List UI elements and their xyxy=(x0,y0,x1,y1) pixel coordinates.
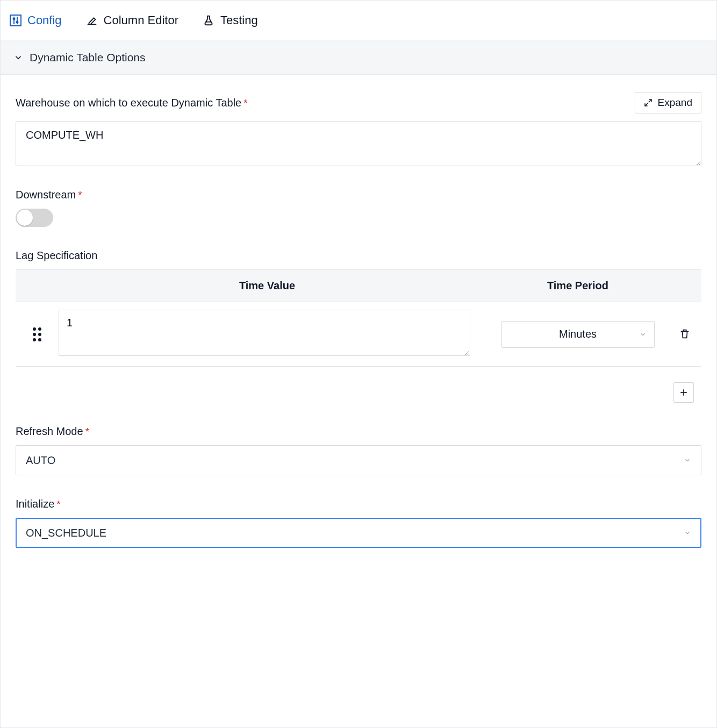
warehouse-label: Warehouse on which to execute Dynamic Ta… xyxy=(16,97,241,109)
initialize-label: Initialize xyxy=(16,498,54,510)
config-panel: Config Column Editor Testing Dynamic Tab… xyxy=(0,0,717,728)
time-value-input[interactable] xyxy=(59,310,470,356)
tab-config[interactable]: Config xyxy=(9,1,62,40)
lag-table-header: Time Value Time Period xyxy=(16,270,701,302)
downstream-field: Downstream* xyxy=(16,189,701,227)
required-asterisk: * xyxy=(85,426,89,437)
expand-icon xyxy=(644,98,653,107)
pencil-icon xyxy=(85,14,98,27)
section-header[interactable]: Dynamic Table Options xyxy=(1,40,716,75)
refresh-mode-select[interactable]: AUTO xyxy=(16,445,701,475)
chevron-down-icon xyxy=(684,456,691,464)
refresh-mode-field: Refresh Mode* AUTO xyxy=(16,425,701,475)
svg-point-3 xyxy=(17,21,18,23)
tab-column-editor-label: Column Editor xyxy=(104,13,178,27)
initialize-value: ON_SCHEDULE xyxy=(26,527,106,539)
initialize-field: Initialize* ON_SCHEDULE xyxy=(16,498,701,548)
drag-handle-icon[interactable] xyxy=(33,327,41,341)
section-title: Dynamic Table Options xyxy=(30,51,146,64)
expand-button-label: Expand xyxy=(658,97,692,109)
downstream-label: Downstream xyxy=(16,189,76,201)
required-asterisk: * xyxy=(56,498,60,510)
time-period-select[interactable]: Minutes xyxy=(501,321,655,348)
refresh-mode-label: Refresh Mode xyxy=(16,425,83,437)
lag-header-time-value: Time Value xyxy=(48,270,486,302)
warehouse-textarea[interactable] xyxy=(16,121,701,166)
tabs-bar: Config Column Editor Testing xyxy=(1,1,716,40)
toggle-knob xyxy=(17,210,33,226)
flask-icon xyxy=(202,14,215,27)
tab-testing-label: Testing xyxy=(220,13,258,27)
tab-testing[interactable]: Testing xyxy=(202,1,258,40)
add-row-button[interactable] xyxy=(673,382,694,403)
chevron-down-icon xyxy=(13,53,23,62)
warehouse-field: Warehouse on which to execute Dynamic Ta… xyxy=(16,92,701,166)
delete-row-button[interactable] xyxy=(679,328,692,341)
lag-header-time-period: Time Period xyxy=(486,270,669,302)
initialize-select[interactable]: ON_SCHEDULE xyxy=(16,518,701,548)
chevron-down-icon xyxy=(684,529,691,537)
lag-field: Lag Specification Time Value Time Period xyxy=(16,249,701,403)
required-asterisk: * xyxy=(78,189,82,201)
downstream-toggle[interactable] xyxy=(16,209,53,227)
sliders-icon xyxy=(9,14,22,27)
expand-button[interactable]: Expand xyxy=(635,92,701,113)
time-period-value: Minutes xyxy=(559,328,597,340)
tab-column-editor[interactable]: Column Editor xyxy=(85,1,178,40)
tab-config-label: Config xyxy=(27,13,62,27)
lag-label: Lag Specification xyxy=(16,249,701,262)
svg-point-2 xyxy=(13,18,15,19)
chevron-down-icon xyxy=(639,331,647,338)
lag-table: Time Value Time Period Mi xyxy=(16,269,701,367)
lag-row: Minutes xyxy=(16,302,701,367)
required-asterisk: * xyxy=(243,97,247,109)
refresh-mode-value: AUTO xyxy=(26,454,55,467)
